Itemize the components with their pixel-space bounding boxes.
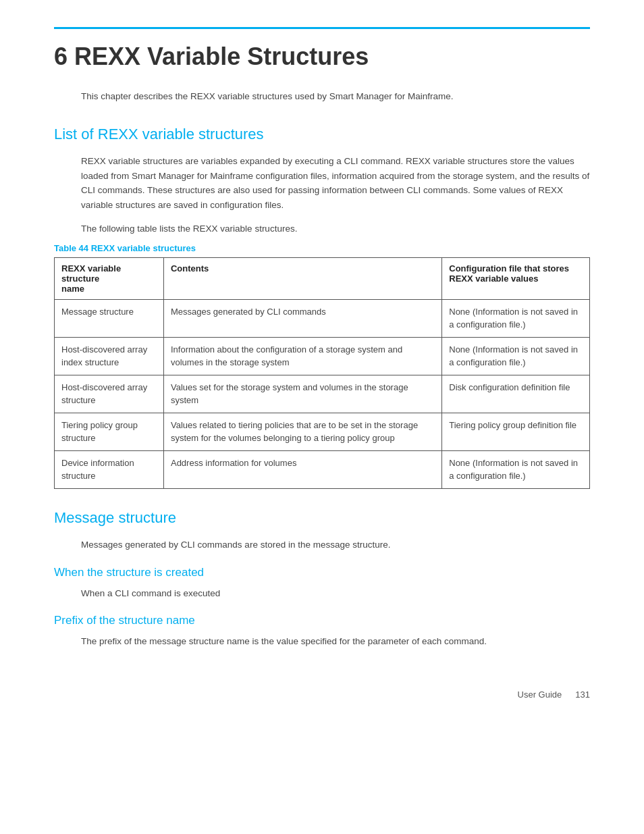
table-cell: Disk configuration definition file	[442, 375, 590, 413]
table-cell: None (Information is not saved in a conf…	[442, 299, 590, 337]
table-row: Device information structureAddress info…	[55, 450, 590, 488]
table-cell: None (Information is not saved in a conf…	[442, 337, 590, 375]
table-cell: Tiering policy group definition file	[442, 413, 590, 450]
col-header-contents: Contents	[163, 257, 441, 299]
table-row: Message structureMessages generated by C…	[55, 299, 590, 337]
col-header-name: REXX variable structurename	[55, 257, 164, 299]
page-container: 6 REXX Variable Structures This chapter …	[0, 0, 644, 740]
subsection1-heading: When the structure is created	[54, 566, 590, 579]
table-cell: Messages generated by CLI commands	[163, 299, 441, 337]
section2-heading: Message structure	[54, 509, 590, 527]
table-cell: Host-discovered array structure	[55, 375, 164, 413]
footer-page: 131	[575, 689, 590, 700]
table-label: Table 44 REXX variable structures	[54, 243, 590, 253]
section2-body: Messages generated by CLI commands are s…	[81, 538, 590, 552]
table-row: Tiering policy group structureValues rel…	[55, 413, 590, 450]
section1-body: REXX variable structures are variables e…	[81, 154, 590, 212]
section-message-structure: Message structure Messages generated by …	[54, 509, 590, 649]
page-footer: User Guide 131	[54, 689, 590, 700]
chapter-header: 6 REXX Variable Structures	[54, 27, 590, 71]
table-cell: Address information for volumes	[163, 450, 441, 488]
subsection2-body: The prefix of the message structure name…	[81, 634, 590, 649]
table-cell: Tiering policy group structure	[55, 413, 164, 450]
section1-heading: List of REXX variable structures	[54, 126, 590, 143]
chapter-intro: This chapter describes the REXX variable…	[81, 91, 590, 101]
table-header-row: REXX variable structurename Contents Con…	[55, 257, 590, 299]
table-cell: Device information structure	[55, 450, 164, 488]
table-cell: Message structure	[55, 299, 164, 337]
footer-label: User Guide	[518, 689, 562, 700]
table-cell: Information about the configuration of a…	[163, 337, 441, 375]
section-list-rexx: List of REXX variable structures REXX va…	[54, 126, 590, 489]
subsection1-body: When a CLI command is executed	[81, 586, 590, 601]
col-header-config: Configuration file that storesREXX varia…	[442, 257, 590, 299]
table-cell: Values related to tiering policies that …	[163, 413, 441, 450]
chapter-title: 6 REXX Variable Structures	[54, 43, 590, 71]
rexx-structures-table: REXX variable structurename Contents Con…	[54, 257, 590, 489]
table-cell: Host-discovered array index structure	[55, 337, 164, 375]
table-row: Host-discovered array structureValues se…	[55, 375, 590, 413]
table-cell: None (Information is not saved in a conf…	[442, 450, 590, 488]
table-row: Host-discovered array index structureInf…	[55, 337, 590, 375]
subsection2-heading: Prefix of the structure name	[54, 614, 590, 627]
pre-table-text: The following table lists the REXX varia…	[81, 221, 590, 236]
table-cell: Values set for the storage system and vo…	[163, 375, 441, 413]
